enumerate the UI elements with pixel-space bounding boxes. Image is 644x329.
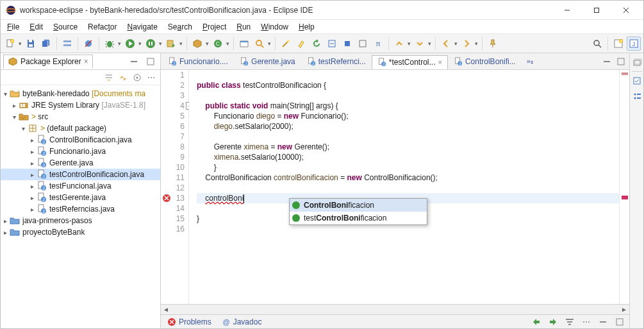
editor-tab[interactable]: JGerente.java [234, 55, 301, 69]
save-all-button[interactable] [39, 37, 53, 51]
horizontal-scrollbar[interactable]: ◄► [161, 304, 629, 314]
twisty-icon[interactable]: ▾ [1, 90, 10, 97]
menu-help[interactable]: Help [295, 21, 318, 33]
wand-button[interactable] [279, 37, 293, 51]
twisty-icon[interactable]: ▾ [19, 125, 28, 132]
code-editor[interactable]: public class testControlBonificacion { p… [189, 70, 619, 304]
autocomplete-item[interactable]: ControlBonificacion [290, 199, 427, 212]
tasks-view-button[interactable] [631, 74, 643, 87]
java-perspective-button[interactable]: J [627, 37, 641, 51]
right-trim-bar [629, 53, 643, 328]
tree-file-item[interactable]: ▸JtestGerente.java [1, 192, 160, 203]
editor-tab[interactable]: JControlBonifi... [448, 55, 522, 69]
restore-button[interactable] [631, 56, 643, 69]
open-type-button[interactable] [237, 37, 251, 51]
open-perspective-button[interactable] [611, 37, 625, 51]
focus-task-button[interactable] [131, 71, 144, 84]
tree-file-item[interactable]: ▸JFuncionario.java [1, 146, 160, 157]
tree-file-item[interactable]: ▸JControlBonificacion.java [1, 134, 160, 146]
bottom-max-button[interactable] [613, 315, 627, 329]
prev-annotation-button[interactable] [392, 37, 406, 51]
editor-max-button[interactable] [614, 55, 628, 69]
javadoc-tab[interactable]: @ Javadoc [218, 316, 266, 328]
pin-button[interactable] [486, 37, 500, 51]
menu-file[interactable]: File [3, 21, 23, 33]
collapse-button[interactable] [325, 37, 339, 51]
src-folder-icon [19, 112, 29, 122]
back-button[interactable] [439, 37, 453, 51]
tabs-overflow-button[interactable]: »₂ [524, 56, 536, 67]
error-icon[interactable] [162, 194, 171, 203]
quick-access-button[interactable] [590, 37, 604, 51]
dropdown-caret-icon[interactable]: ▾ [17, 40, 22, 47]
overview-ruler[interactable] [619, 70, 629, 304]
svg-rect-84 [568, 324, 571, 325]
menu-search[interactable]: Search [164, 21, 196, 33]
bottom-menu-button[interactable] [579, 315, 593, 329]
tree-file-item[interactable]: ▸JtestControlBonificacion.java [1, 169, 160, 180]
menu-source[interactable]: Source [49, 21, 81, 33]
svg-point-12 [146, 39, 155, 48]
menu-project[interactable]: Project [199, 21, 230, 33]
svg-rect-78 [618, 58, 624, 65]
menu-refactor[interactable]: Refactor [84, 21, 120, 33]
minimize-button[interactable] [552, 1, 582, 20]
save-button[interactable] [24, 37, 38, 51]
link-editor-button[interactable] [117, 71, 129, 84]
jre-icon [19, 100, 29, 110]
menu-navigate[interactable]: Navigate [123, 21, 161, 33]
bottom-nav2-button[interactable] [546, 315, 560, 329]
view-min-button[interactable] [127, 55, 141, 69]
refresh-button[interactable] [310, 37, 324, 51]
new-button[interactable] [3, 37, 17, 51]
problems-icon [167, 317, 176, 326]
frame-button[interactable] [356, 37, 370, 51]
problems-tab[interactable]: Problems [163, 316, 215, 328]
close-button[interactable] [611, 1, 641, 20]
view-max-button[interactable] [144, 55, 158, 69]
java-file-icon: J [454, 57, 463, 66]
autocomplete-popup: ControlBonificacion testControlBonificac… [289, 198, 427, 225]
tree-file-item[interactable]: ▸JGerente.java [1, 157, 160, 169]
tree-file-item[interactable]: ▸JtestReferncias.java [1, 203, 160, 215]
menu-window[interactable]: Window [257, 21, 292, 33]
menu-edit[interactable]: Edit [26, 21, 47, 33]
new-package-button[interactable] [190, 37, 204, 51]
svg-text:J: J [42, 186, 45, 190]
java-file-icon: J [240, 57, 249, 66]
editor-tab[interactable]: J*testControl...× [372, 55, 448, 69]
maximize-button[interactable] [582, 1, 611, 20]
package-tree[interactable]: ▾ > byteBank-heredado [Documents ma ▸ JR… [1, 85, 160, 328]
pi-button[interactable]: π [371, 37, 385, 51]
menu-run[interactable]: Run [233, 21, 254, 33]
outline-view-button[interactable] [631, 90, 643, 103]
search-button[interactable] [252, 37, 267, 51]
editor-tab[interactable]: JtestRefernci... [301, 55, 372, 69]
run-last-button[interactable] [164, 37, 178, 51]
twisty-icon[interactable]: ▾ [10, 114, 19, 121]
coverage-button[interactable] [144, 37, 158, 51]
package-explorer-tab[interactable]: Package Explorer × [3, 55, 93, 69]
editor-gutter[interactable]: 1 2 3 4− 5 6 7 8 9 10 11 12 13 14 15 16 [161, 70, 189, 304]
close-view-icon[interactable]: × [84, 57, 88, 66]
new-class-button[interactable]: C [211, 37, 225, 51]
next-annotation-button[interactable] [413, 37, 427, 51]
run-button[interactable] [123, 37, 137, 51]
editor-min-button[interactable] [600, 55, 614, 69]
stop-button[interactable] [340, 37, 354, 51]
toggle-breadcrumb-button[interactable] [60, 37, 74, 51]
skip-breakpoints-button[interactable] [81, 37, 95, 51]
autocomplete-item[interactable]: testControlBonificacion [290, 212, 427, 224]
bottom-filter-button[interactable] [563, 315, 577, 329]
highlight-button[interactable] [294, 37, 308, 51]
debug-button[interactable] [103, 37, 117, 51]
view-menu-button[interactable] [145, 71, 158, 84]
twisty-icon[interactable]: ▸ [10, 102, 19, 109]
close-tab-icon[interactable]: × [438, 58, 442, 66]
bottom-nav1-button[interactable] [529, 315, 543, 329]
collapse-all-button[interactable] [103, 71, 115, 84]
forward-button[interactable] [459, 37, 474, 51]
tree-file-item[interactable]: ▸JtestFuncional.java [1, 180, 160, 192]
bottom-min-button[interactable] [596, 315, 610, 329]
editor-tab[interactable]: JFuncionario.... [162, 55, 234, 69]
